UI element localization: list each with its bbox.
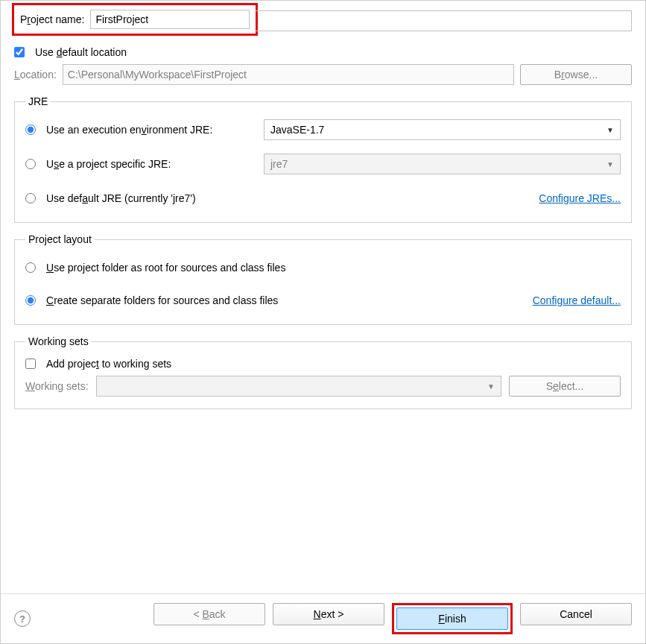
location-label: Location: <box>14 69 57 80</box>
chevron-down-icon: ▼ <box>487 382 495 391</box>
next-button[interactable]: Next > <box>273 603 384 625</box>
chevron-down-icon: ▼ <box>607 160 614 168</box>
project-name-input[interactable] <box>90 10 250 29</box>
finish-button[interactable]: Finish <box>396 607 508 630</box>
jre-project-specific-value: jre7 <box>270 158 288 170</box>
jre-group: JRE Use an execution environment JRE: Ja… <box>14 95 632 223</box>
project-name-highlight: Project name: <box>12 3 258 36</box>
layout-separate-label: Create separate folders for sources and … <box>46 294 278 306</box>
select-working-sets-button: Select... <box>509 376 621 397</box>
jre-default-radio[interactable] <box>25 193 36 203</box>
jre-legend: JRE <box>25 95 51 107</box>
help-icon[interactable]: ? <box>14 610 31 627</box>
footer-buttons: < Back Next > Finish Cancel <box>153 603 632 634</box>
cancel-button[interactable]: Cancel <box>520 603 632 625</box>
configure-jres-link[interactable]: Configure JREs... <box>539 192 621 204</box>
working-sets-group: Working sets Add project to working sets… <box>14 335 632 409</box>
project-name-input-extension[interactable] <box>256 10 632 31</box>
location-input <box>63 64 514 85</box>
dialog-content: Project name: Use default location Locat… <box>1 1 645 593</box>
configure-default-link[interactable]: Configure default... <box>533 294 621 306</box>
working-sets-label: Working sets: <box>25 380 89 392</box>
chevron-down-icon: ▼ <box>607 126 614 134</box>
dialog-footer: ? < Back Next > Finish Cancel <box>1 593 645 643</box>
location-section: Use default location Location: Browse... <box>14 46 632 85</box>
jre-exec-env-radio[interactable] <box>25 124 36 135</box>
add-to-working-sets-label: Add project to working sets <box>46 358 171 370</box>
layout-separate-radio-row[interactable]: Create separate folders for sources and … <box>25 294 278 306</box>
project-name-label: Project name: <box>20 13 84 25</box>
back-button: < Back <box>153 603 265 625</box>
use-default-location-checkbox[interactable] <box>14 47 25 57</box>
jre-project-specific-label: Use a project specific JRE: <box>46 158 171 170</box>
new-java-project-dialog: Project name: Use default location Locat… <box>0 0 646 644</box>
jre-default-label: Use default JRE (currently 'jre7') <box>46 192 196 204</box>
jre-project-specific-combo: jre7 ▼ <box>264 154 621 174</box>
layout-separate-radio[interactable] <box>25 295 36 306</box>
jre-exec-env-radio-row[interactable]: Use an execution environment JRE: <box>25 124 256 136</box>
project-layout-group: Project layout Use project folder as roo… <box>14 233 632 325</box>
jre-exec-env-label: Use an execution environment JRE: <box>46 124 212 136</box>
working-sets-combo: ▼ <box>96 376 501 397</box>
layout-root-radio-row[interactable]: Use project folder as root for sources a… <box>25 262 621 274</box>
working-sets-legend: Working sets <box>25 335 92 347</box>
jre-default-radio-row[interactable]: Use default JRE (currently 'jre7') <box>25 192 196 204</box>
layout-root-label: Use project folder as root for sources a… <box>46 262 285 274</box>
layout-root-radio[interactable] <box>25 262 36 273</box>
jre-exec-env-combo[interactable]: JavaSE-1.7 ▼ <box>264 119 621 140</box>
jre-project-specific-radio[interactable] <box>25 159 36 169</box>
browse-button: Browse... <box>520 64 632 85</box>
project-name-row: Project name: <box>14 5 632 36</box>
jre-exec-env-value: JavaSE-1.7 <box>270 124 324 136</box>
finish-highlight: Finish <box>392 603 513 634</box>
add-to-working-sets-checkbox[interactable] <box>25 359 36 369</box>
project-layout-legend: Project layout <box>25 233 95 245</box>
use-default-location-label: Use default location <box>35 46 127 58</box>
jre-project-specific-radio-row[interactable]: Use a project specific JRE: <box>25 158 256 170</box>
